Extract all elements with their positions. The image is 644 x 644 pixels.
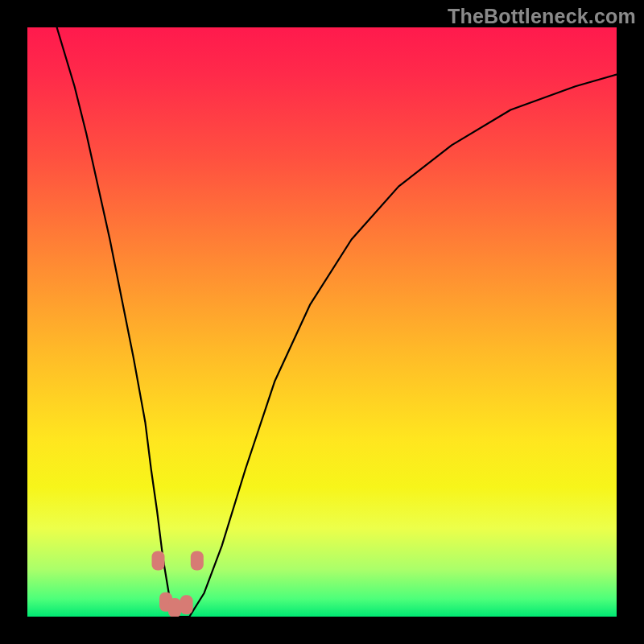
chart-frame: TheBottleneck.com [0, 0, 644, 644]
chart-svg [27, 27, 617, 617]
curve-marker-0 [152, 551, 165, 570]
curve-marker-4 [191, 551, 204, 570]
bottleneck-curve [57, 27, 617, 617]
curve-marker-2 [168, 598, 181, 617]
curve-marker-3 [180, 595, 193, 614]
bottleneck-curve-path [57, 27, 617, 617]
watermark-text: TheBottleneck.com [448, 5, 636, 28]
chart-plot-area [27, 27, 617, 617]
